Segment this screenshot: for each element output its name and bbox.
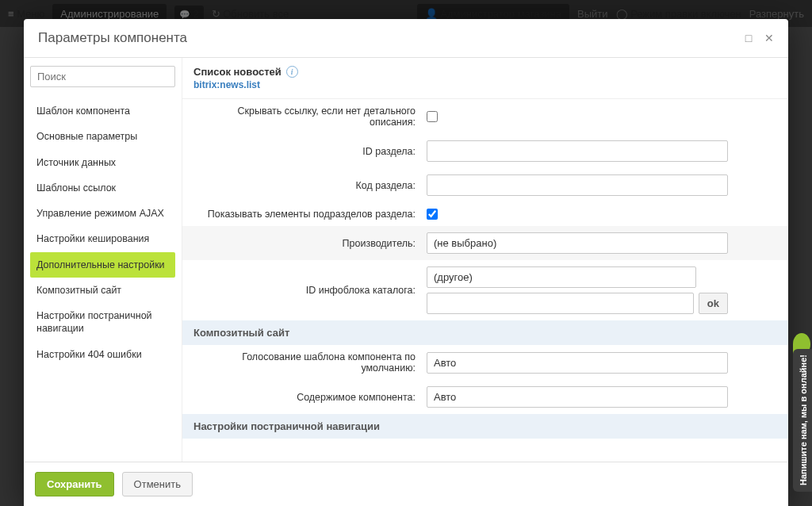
modal-header: Параметры компонента □ ✕	[24, 19, 788, 27]
component-params-modal: Параметры компонента □ ✕ Шаблон компонен…	[24, 19, 788, 27]
